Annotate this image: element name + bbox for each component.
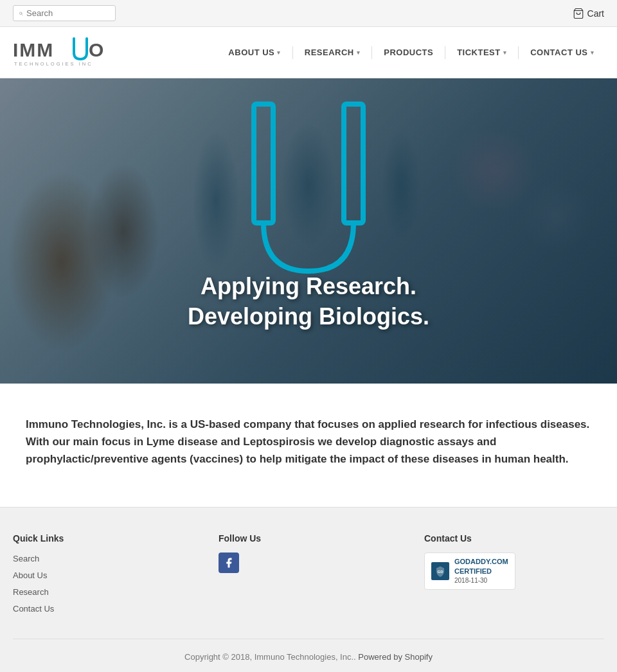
- top-bar: Cart: [0, 0, 617, 27]
- svg-text:GD: GD: [438, 570, 444, 574]
- nav-item-contact-us[interactable]: CONTACT US ▾: [520, 41, 604, 64]
- footer-bottom: Copyright © 2018, Immuno Technologies, I…: [13, 639, 604, 662]
- nav-item-products[interactable]: PRODUCTS: [373, 41, 443, 64]
- svg-text:O: O: [89, 39, 105, 60]
- hero-logo-icon: [238, 98, 379, 278]
- search-icon: [19, 9, 23, 18]
- ticktest-chevron-icon: ▾: [503, 49, 507, 56]
- cart-link[interactable]: Cart: [573, 8, 604, 19]
- nav-divider-4: [518, 46, 519, 59]
- copyright-text: Copyright © 2018, Immuno Technologies, I…: [184, 652, 358, 662]
- nav-item-ticktest[interactable]: TICKTEST ▾: [447, 41, 517, 64]
- hero-text: Applying Research. Developing Biologics.: [188, 272, 429, 332]
- facebook-icon: [223, 557, 235, 569]
- search-form[interactable]: [13, 5, 116, 21]
- svg-text:IMM: IMM: [13, 39, 54, 60]
- svg-rect-4: [254, 104, 273, 223]
- svg-rect-5: [344, 104, 363, 223]
- nav-item-about-us[interactable]: ABOUT US ▾: [218, 41, 291, 64]
- hero-banner: Applying Research. Developing Biologics.: [0, 78, 617, 384]
- nav-item-research[interactable]: RESEARCH ▾: [294, 41, 370, 64]
- godaddy-certified: GODADDY.COMCERTIFIED: [454, 557, 508, 577]
- footer-grid: Quick Links Search About Us Research Con…: [13, 533, 604, 619]
- hero-line1: Applying Research.: [201, 273, 416, 299]
- nav-divider-1: [292, 46, 293, 59]
- quick-links-title: Quick Links: [13, 533, 193, 544]
- logo[interactable]: IMM O TECHNOLOGIES INC: [13, 33, 116, 71]
- godaddy-date: 2018-11-30: [454, 577, 487, 584]
- contact-us-chevron-icon: ▾: [591, 49, 595, 56]
- company-description: Immuno Technologies, Inc. is a US-based …: [6, 384, 611, 507]
- footer: Quick Links Search About Us Research Con…: [0, 507, 617, 672]
- cart-icon: [573, 8, 584, 19]
- search-input[interactable]: [26, 8, 110, 18]
- svg-text:TECHNOLOGIES INC: TECHNOLOGIES INC: [14, 61, 93, 67]
- nav-divider-3: [445, 46, 445, 59]
- follow-us-title: Follow Us: [219, 533, 398, 544]
- quick-link-research[interactable]: Research: [13, 587, 49, 597]
- quick-links-list: Search About Us Research Contact Us: [13, 553, 193, 614]
- quick-link-search[interactable]: Search: [13, 554, 39, 563]
- about-us-chevron-icon: ▾: [277, 49, 281, 56]
- logo-svg: IMM O TECHNOLOGIES INC: [13, 33, 112, 69]
- list-item: Research: [13, 586, 193, 597]
- list-item: Search: [13, 553, 193, 564]
- research-chevron-icon: ▾: [357, 49, 361, 56]
- nav-divider-2: [371, 46, 372, 59]
- footer-follow-us: Follow Us: [219, 533, 398, 619]
- hero-line2: Developing Biologics.: [188, 303, 429, 330]
- company-description-text: Immuno Technologies, Inc. is a US-based …: [26, 416, 591, 468]
- powered-by-shopify[interactable]: Powered by Shopify: [358, 652, 433, 662]
- main-nav: ABOUT US ▾ RESEARCH ▾ PRODUCTS TICKTEST …: [218, 41, 604, 64]
- facebook-link[interactable]: [219, 553, 239, 573]
- godaddy-shield-icon: GD: [434, 565, 446, 577]
- footer-contact-us: Contact Us GD GODADDY.COMCERTIFIED 2018-…: [424, 533, 604, 619]
- godaddy-text: GODADDY.COMCERTIFIED 2018-11-30: [454, 557, 508, 586]
- contact-us-title: Contact Us: [424, 533, 604, 544]
- site-header: IMM O TECHNOLOGIES INC ABOUT US ▾ RESEAR…: [0, 27, 617, 78]
- quick-link-contact[interactable]: Contact Us: [13, 604, 54, 614]
- godaddy-badge: GD GODADDY.COMCERTIFIED 2018-11-30: [424, 553, 515, 590]
- list-item: About Us: [13, 569, 193, 581]
- footer-quick-links: Quick Links Search About Us Research Con…: [13, 533, 193, 619]
- list-item: Contact Us: [13, 603, 193, 614]
- cart-label: Cart: [587, 8, 604, 19]
- quick-link-about[interactable]: About Us: [13, 570, 47, 580]
